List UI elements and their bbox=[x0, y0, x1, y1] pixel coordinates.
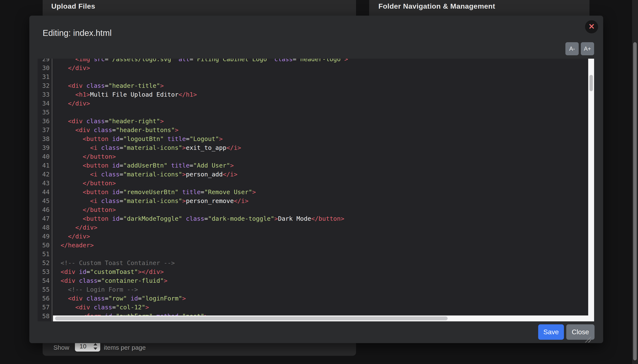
code-line: <div class="header-right"> bbox=[53, 117, 588, 126]
line-number: 53 bbox=[38, 267, 52, 276]
line-number: 40 bbox=[38, 152, 52, 161]
edit-file-modal: Editing: index.html ✕ A- A+ 293031323334… bbox=[29, 16, 603, 343]
spinner-up-icon bbox=[94, 343, 97, 346]
folder-navigation-title: Folder Navigation & Management bbox=[378, 2, 495, 10]
line-number: 41 bbox=[38, 161, 52, 170]
page-scrollbar[interactable] bbox=[632, 0, 638, 364]
code-line bbox=[53, 72, 588, 81]
line-number: 49 bbox=[38, 232, 52, 241]
code-line: </div> bbox=[53, 223, 588, 232]
modal-title: Editing: index.html bbox=[43, 28, 112, 38]
code-line: <button id="logoutBtn" title="Logout"> bbox=[53, 134, 588, 143]
line-number: 38 bbox=[38, 134, 52, 143]
code-line: <div class="header-title"> bbox=[53, 81, 588, 90]
line-number: 36 bbox=[38, 117, 52, 126]
line-number: 34 bbox=[38, 99, 52, 108]
code-line: <div class="container-fluid"> bbox=[53, 276, 588, 285]
editor-vertical-scrollbar-thumb[interactable] bbox=[590, 75, 593, 91]
line-number: 58 bbox=[38, 312, 52, 320]
code-line: <div id="customToast"></div> bbox=[53, 267, 588, 276]
code-line: <div class="header-buttons"> bbox=[53, 126, 588, 134]
code-view: <img src="/assets/logo.svg" alt="Filing … bbox=[53, 59, 588, 316]
code-line: <form id="authForm" method="post"> bbox=[53, 312, 588, 316]
show-label: Show bbox=[54, 344, 69, 351]
code-line: <button id="removeUserBtn" title="Remove… bbox=[53, 188, 588, 196]
code-line: <i class="material-icons">person_add</i> bbox=[53, 170, 588, 179]
line-number: 43 bbox=[38, 179, 52, 188]
line-number: 56 bbox=[38, 294, 52, 303]
upload-files-title: Upload Files bbox=[51, 2, 95, 10]
code-line: <!-- Login Form --> bbox=[53, 285, 588, 294]
close-x-button[interactable]: ✕ bbox=[585, 20, 598, 33]
select-spinner-icon bbox=[93, 343, 98, 350]
font-increase-button[interactable]: A+ bbox=[581, 42, 594, 55]
line-number: 42 bbox=[38, 170, 52, 179]
code-line: </button> bbox=[53, 205, 588, 214]
code-line: </button> bbox=[53, 152, 588, 161]
line-number: 31 bbox=[38, 72, 52, 81]
code-line: <h1>Multi File Upload Editor</h1> bbox=[53, 90, 588, 99]
code-line: <i class="material-icons">person_remove<… bbox=[53, 196, 588, 205]
editor-vertical-scrollbar[interactable] bbox=[588, 59, 594, 316]
page-scrollbar-thumb[interactable] bbox=[633, 42, 637, 360]
code-line bbox=[53, 250, 588, 258]
code-editor[interactable]: 2930313233343536373839404142434445464748… bbox=[38, 59, 594, 322]
line-number: 39 bbox=[38, 143, 52, 152]
line-number: 45 bbox=[38, 196, 52, 205]
spinner-down-icon bbox=[94, 348, 97, 350]
line-number: 30 bbox=[38, 64, 52, 72]
save-button[interactable]: Save bbox=[538, 324, 564, 340]
code-line: </div> bbox=[53, 232, 588, 241]
scrollbar-corner bbox=[588, 316, 594, 322]
code-line: <div class="row" id="loginForm"> bbox=[53, 294, 588, 303]
code-line: </header> bbox=[53, 241, 588, 250]
line-number: 37 bbox=[38, 126, 52, 134]
editor-horizontal-scrollbar-thumb[interactable] bbox=[55, 316, 448, 320]
line-number: 44 bbox=[38, 188, 52, 196]
line-number: 48 bbox=[38, 223, 52, 232]
line-number: 46 bbox=[38, 205, 52, 214]
code-line: <!-- Custom Toast Container --> bbox=[53, 258, 588, 267]
items-per-page-label: items per page bbox=[104, 344, 146, 351]
code-line: <i class="material-icons">exit_to_app</i… bbox=[53, 143, 588, 152]
close-x-icon: ✕ bbox=[588, 22, 595, 31]
code-line: <button id="addUserBtn" title="Add User"… bbox=[53, 161, 588, 170]
font-decrease-button[interactable]: A- bbox=[566, 42, 579, 55]
line-number: 52 bbox=[38, 258, 52, 267]
items-per-page-value: 10 bbox=[80, 343, 86, 350]
line-number: 29 bbox=[38, 59, 52, 64]
line-number: 54 bbox=[38, 276, 52, 285]
code-line: </button> bbox=[53, 179, 588, 188]
line-number-gutter: 2930313233343536373839404142434445464748… bbox=[38, 59, 52, 322]
line-number: 47 bbox=[38, 214, 52, 223]
line-number: 33 bbox=[38, 90, 52, 99]
line-number: 35 bbox=[38, 108, 52, 117]
code-line: </div> bbox=[53, 64, 588, 72]
code-line bbox=[53, 108, 588, 117]
code-line: </div> bbox=[53, 99, 588, 108]
line-number: 32 bbox=[38, 81, 52, 90]
line-number: 57 bbox=[38, 303, 52, 312]
line-number: 55 bbox=[38, 285, 52, 294]
line-number: 51 bbox=[38, 250, 52, 258]
line-number: 50 bbox=[38, 241, 52, 250]
editor-horizontal-scrollbar[interactable] bbox=[53, 316, 588, 322]
code-line: <img src="/assets/logo.svg" alt="Filing … bbox=[53, 59, 588, 64]
code-line: <button id="darkModeToggle" class="dark-… bbox=[53, 214, 588, 223]
code-line: <div class="col-12"> bbox=[53, 303, 588, 312]
